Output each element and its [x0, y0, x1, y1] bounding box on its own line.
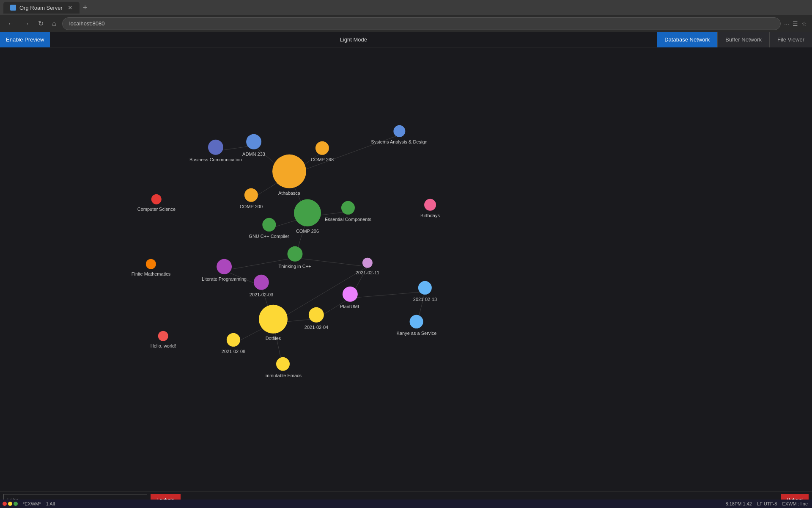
node-label-immutable-emacs: Immutable Emacs [264, 373, 302, 378]
node-circle-literate-prog [217, 259, 232, 274]
status-dot-yellow [8, 502, 12, 506]
node-circle-sys-analysis [393, 125, 405, 137]
status-time: 8:18PM 1.42 [726, 501, 752, 506]
node-plantuml[interactable]: PlantUML [340, 287, 360, 309]
back-button[interactable]: ← [5, 18, 17, 29]
node-circle-essential-comp [341, 201, 355, 215]
node-label-admn233: ADMN 233 [242, 151, 265, 157]
node-date-2021-02-03[interactable]: 2021-02-03 [250, 275, 273, 298]
node-circle-thinking-cpp [287, 246, 302, 262]
node-date-2021-02-04[interactable]: 2021-02-04 [304, 307, 328, 330]
node-circle-athabasca [272, 155, 306, 188]
nav-tabs: Database Network Buffer Network File Vie… [657, 32, 812, 47]
node-sys-analysis[interactable]: Systems Analysis & Design [371, 125, 427, 145]
node-athabasca[interactable]: Athabasca [272, 155, 306, 196]
node-label-kanye-service: Kanye as a Service [397, 330, 437, 336]
node-circle-gnu-cpp [262, 218, 276, 232]
node-label-dotfiles: Dotfiles [266, 335, 281, 341]
node-dotfiles[interactable]: Dotfiles [259, 305, 288, 341]
node-immutable-emacs[interactable]: Immutable Emacs [264, 357, 302, 378]
node-circle-plantuml [343, 287, 358, 302]
new-tab-button[interactable]: + [81, 2, 89, 14]
enable-preview-button[interactable]: Enable Preview [0, 32, 50, 47]
node-label-hello-world: Hello, world! [151, 343, 176, 349]
browser-actions: ··· ☰ ☆ [784, 20, 807, 27]
more-button[interactable]: ··· [784, 20, 789, 27]
light-mode-label: Light Mode [50, 36, 657, 43]
node-label-comp-science: Computer Science [137, 206, 176, 212]
node-label-date-2021-02-08: 2021-02-08 [222, 348, 245, 354]
node-circle-admn233 [246, 134, 261, 149]
node-label-sys-analysis: Systems Analysis & Design [371, 139, 427, 145]
node-label-gnu-cpp: GNU C++ Compiler [249, 233, 289, 239]
node-comp268[interactable]: COMP 268 [311, 141, 334, 163]
address-input[interactable]: localhost:8080 [62, 17, 781, 30]
node-label-comp268: COMP 268 [311, 157, 334, 163]
tab-title: Org Roam Server [19, 5, 63, 11]
tab-file-viewer[interactable]: File Viewer [769, 32, 812, 47]
status-dot-green [14, 502, 18, 506]
node-circle-birthdays [424, 199, 436, 211]
node-circle-dotfiles [259, 305, 288, 334]
node-label-date-2021-02-03: 2021-02-03 [250, 292, 273, 298]
node-label-date-2021-02-11: 2021-02-11 [356, 270, 379, 276]
node-thinking-cpp[interactable]: Thinking in C++ [278, 246, 311, 269]
tab-database-network[interactable]: Database Network [657, 32, 717, 47]
node-comp206[interactable]: COMP 206 [294, 199, 321, 234]
node-circle-comp-science [151, 194, 162, 204]
status-dot-red [3, 502, 7, 506]
node-label-date-2021-02-04: 2021-02-04 [304, 324, 328, 330]
node-circle-hello-world [158, 331, 168, 341]
forward-button[interactable]: → [20, 18, 32, 29]
node-comp200[interactable]: COMP 200 [240, 188, 263, 210]
node-finite-math[interactable]: Finite Mathematics [132, 259, 170, 277]
node-circle-comp206 [294, 199, 321, 226]
node-hello-world[interactable]: Hello, world! [151, 331, 176, 349]
node-birthdays[interactable]: Birthdays [420, 199, 440, 218]
node-essential-comp[interactable]: Essential Components [325, 201, 371, 222]
node-circle-date-2021-02-11 [362, 258, 373, 268]
node-circle-kanye-service [410, 315, 423, 329]
status-bar: *EXWM* 1 All 8:18PM 1.42 LF UTF-8 EXWM :… [0, 500, 812, 508]
node-circle-date-2021-02-04 [309, 307, 324, 323]
node-kanye-service[interactable]: Kanye as a Service [397, 315, 437, 336]
address-url: localhost:8080 [69, 20, 105, 27]
node-date-2021-02-08[interactable]: 2021-02-08 [222, 333, 245, 354]
tab-buffer-network[interactable]: Buffer Network [717, 32, 769, 47]
node-label-literate-prog: Literate Programming [202, 276, 247, 282]
node-comp-science[interactable]: Computer Science [137, 194, 176, 212]
node-label-thinking-cpp: Thinking in C++ [278, 263, 311, 269]
node-label-athabasca: Athabasca [278, 190, 300, 196]
node-circle-date-2021-02-08 [227, 333, 240, 347]
tab-favicon [10, 5, 16, 11]
status-dots [0, 502, 20, 506]
node-label-comp200: COMP 200 [240, 204, 263, 210]
home-button[interactable]: ⌂ [49, 18, 59, 29]
reload-page-button[interactable]: ↻ [36, 18, 46, 29]
status-wm-tag: *EXWM* [20, 501, 44, 506]
status-encoding: LF UTF-8 [757, 501, 777, 506]
node-circle-date-2021-02-13 [418, 281, 432, 295]
status-workspace: 1 All [44, 501, 58, 506]
status-mode: EXWM : line [782, 501, 808, 506]
node-business-comm[interactable]: Business Communication [189, 140, 242, 163]
node-circle-date-2021-02-03 [254, 275, 269, 290]
node-label-plantuml: PlantUML [340, 304, 360, 309]
node-label-essential-comp: Essential Components [325, 216, 371, 222]
node-label-date-2021-02-13: 2021-02-13 [413, 296, 437, 302]
node-circle-immutable-emacs [276, 357, 290, 371]
node-gnu-cpp[interactable]: GNU C++ Compiler [249, 218, 289, 239]
bookmark-list-icon[interactable]: ☰ [793, 20, 798, 27]
node-date-2021-02-13[interactable]: 2021-02-13 [413, 281, 437, 302]
star-icon[interactable]: ☆ [801, 20, 807, 27]
browser-tab[interactable]: Org Roam Server ✕ [3, 2, 80, 14]
node-admn233[interactable]: ADMN 233 [242, 134, 265, 157]
node-date-2021-02-11[interactable]: 2021-02-11 [356, 258, 379, 276]
status-right: 8:18PM 1.42 LF UTF-8 EXWM : line [721, 501, 812, 506]
graph-area: Business CommunicationADMN 233COMP 268Sy… [0, 47, 812, 491]
app-toolbar: Enable Preview Light Mode Database Netwo… [0, 32, 812, 47]
node-literate-prog[interactable]: Literate Programming [202, 259, 247, 282]
graph-svg [0, 47, 812, 491]
tab-close-button[interactable]: ✕ [68, 4, 73, 11]
tab-bar: Org Roam Server ✕ + [0, 0, 812, 15]
